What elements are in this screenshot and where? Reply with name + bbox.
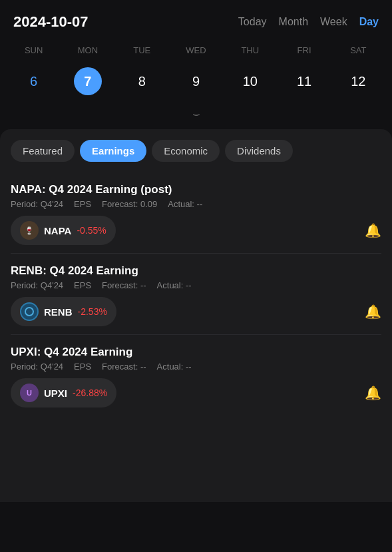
ticker-pill-napa[interactable]: 🍷 NAPA -0.55%: [11, 216, 116, 245]
header-nav: Today Month Week Day: [238, 16, 379, 28]
header-date: 2024-10-07: [13, 13, 89, 31]
earning-title-upxi: UPXI: Q4 2024 Earning: [11, 346, 381, 359]
nav-week[interactable]: Week: [320, 16, 347, 28]
day-label-sat: SAT: [331, 43, 385, 58]
tabs-section: Featured Earnings Economic Dividends NAP…: [0, 129, 392, 502]
date-cell-6[interactable]: 6: [7, 63, 61, 99]
earning-metric-renb: EPS: [74, 280, 91, 290]
upxi-logo: U: [20, 384, 39, 402]
earning-actual-upxi: Actual: --: [157, 362, 192, 372]
earning-ticker-row-napa: 🍷 NAPA -0.55% 🔔: [11, 216, 381, 245]
earning-meta-napa: Period: Q4'24 EPS Forecast: 0.09 Actual:…: [11, 199, 381, 209]
earning-actual-napa: Actual: --: [168, 199, 202, 209]
earning-item-renb: RENB: Q4 2024 Earning Period: Q4'24 EPS …: [11, 254, 381, 335]
ticker-change-renb: -2.53%: [78, 306, 107, 317]
earning-metric-upxi: EPS: [74, 362, 91, 372]
date-cell-11[interactable]: 11: [277, 63, 331, 99]
earning-forecast-upxi: Forecast: --: [102, 362, 146, 372]
day-label-tue: TUE: [115, 43, 169, 58]
earning-period-napa: Period: Q4'24: [11, 199, 63, 209]
tab-dividends[interactable]: Dividends: [225, 140, 293, 162]
ticker-pill-upxi[interactable]: U UPXI -26.88%: [11, 378, 116, 408]
earning-metric-napa: EPS: [74, 199, 91, 209]
nav-day[interactable]: Day: [359, 16, 379, 28]
earning-period-upxi: Period: Q4'24: [11, 362, 63, 372]
chevron-down-icon[interactable]: ⌣: [192, 107, 200, 121]
calendar-days-header: SUN MON TUE WED THU FRI SAT: [0, 37, 392, 61]
date-cell-12[interactable]: 12: [331, 63, 385, 99]
napa-logo: 🍷: [20, 221, 39, 240]
tab-economic[interactable]: Economic: [152, 140, 220, 162]
day-label-mon: MON: [61, 43, 114, 58]
day-label-thu: THU: [223, 43, 277, 58]
ticker-name-renb: RENB: [44, 306, 73, 318]
header: 2024-10-07 Today Month Week Day: [0, 0, 392, 37]
earning-title-renb: RENB: Q4 2024 Earning: [11, 264, 381, 278]
tab-earnings[interactable]: Earnings: [80, 140, 146, 162]
chevron-row[interactable]: ⌣: [0, 105, 392, 129]
earning-ticker-row-upxi: U UPXI -26.88% 🔔: [11, 378, 381, 408]
renb-logo: [20, 302, 39, 321]
ticker-change-upxi: -26.88%: [73, 388, 107, 398]
date-cell-7-wrapper[interactable]: 7: [61, 63, 114, 99]
bell-icon-upxi[interactable]: 🔔: [365, 385, 381, 401]
date-cell-9[interactable]: 9: [169, 63, 223, 99]
earning-item-napa: NAPA: Q4 2024 Earning (post) Period: Q4'…: [11, 172, 381, 254]
earnings-list: NAPA: Q4 2024 Earning (post) Period: Q4'…: [11, 170, 381, 415]
earning-meta-renb: Period: Q4'24 EPS Forecast: -- Actual: -…: [11, 280, 381, 290]
earning-actual-renb: Actual: --: [157, 280, 192, 290]
earning-period-renb: Period: Q4'24: [11, 280, 63, 290]
nav-today[interactable]: Today: [238, 16, 267, 28]
ticker-pill-renb[interactable]: RENB -2.53%: [11, 297, 116, 326]
bell-icon-napa[interactable]: 🔔: [365, 222, 381, 238]
date-cell-10[interactable]: 10: [223, 63, 277, 99]
earning-forecast-renb: Forecast: --: [102, 280, 146, 290]
ticker-change-napa: -0.55%: [77, 225, 106, 236]
ticker-name-napa: NAPA: [44, 225, 71, 236]
tabs-row: Featured Earnings Economic Dividends: [11, 140, 381, 170]
day-label-fri: FRI: [277, 43, 331, 58]
date-cell-7[interactable]: 7: [74, 67, 102, 95]
calendar-dates: 6 7 8 9 10 11 12: [0, 61, 392, 105]
date-cell-8[interactable]: 8: [115, 63, 169, 99]
ticker-name-upxi: UPXI: [44, 388, 67, 399]
earning-item-upxi: UPXI: Q4 2024 Earning Period: Q4'24 EPS …: [11, 335, 381, 415]
earning-ticker-row-renb: RENB -2.53% 🔔: [11, 297, 381, 326]
day-label-wed: WED: [169, 43, 223, 58]
day-label-sun: SUN: [7, 43, 61, 58]
earning-forecast-napa: Forecast: 0.09: [102, 199, 157, 209]
earning-meta-upxi: Period: Q4'24 EPS Forecast: -- Actual: -…: [11, 362, 381, 372]
bell-icon-renb[interactable]: 🔔: [365, 304, 381, 320]
nav-month[interactable]: Month: [279, 16, 308, 28]
earning-title-napa: NAPA: Q4 2024 Earning (post): [11, 183, 381, 196]
tab-featured[interactable]: Featured: [11, 140, 75, 162]
